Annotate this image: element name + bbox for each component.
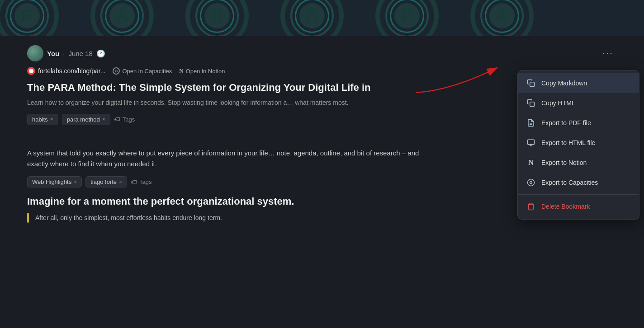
export-capacities-icon <box>526 178 536 187</box>
copy-html-label: Copy HTML <box>541 99 631 107</box>
source-favicon <box>27 67 35 75</box>
tag-tiago-remove[interactable]: × <box>119 179 122 185</box>
tag-webhighlights-label: Web Highlights <box>32 178 71 185</box>
menu-item-delete-bookmark[interactable]: Delete Bookmark <box>518 197 639 216</box>
tag-para-label: para method <box>67 116 100 123</box>
copy-markdown-icon <box>526 78 536 88</box>
source-url-text: fortelabs.com/blog/par... <box>38 67 105 75</box>
tag-icon-2: 🏷 <box>131 178 137 186</box>
tag-habits[interactable]: habits × <box>27 114 58 125</box>
export-html-icon <box>526 138 536 148</box>
notion-icon: N <box>179 67 183 75</box>
delete-bookmark-icon <box>526 201 536 211</box>
svg-rect-1 <box>530 102 535 107</box>
open-capacities-label: Open in Capacities <box>122 68 172 75</box>
export-html-label: Export to HTML file <box>541 139 631 146</box>
export-notion-icon: N <box>526 158 536 168</box>
dropdown-menu: Copy Markdown Copy HTML Export to PDF fi… <box>517 70 639 220</box>
menu-item-export-pdf[interactable]: Export to PDF file <box>518 113 639 133</box>
tag-tiago-label: tiago forte <box>90 178 117 185</box>
tag-habits-remove[interactable]: × <box>50 116 53 122</box>
author-row: You · June 18 🕐 ··· <box>27 45 617 61</box>
menu-item-export-html[interactable]: Export to HTML file <box>518 133 639 153</box>
export-capacities-label: Export to Capacities <box>541 179 631 186</box>
open-notion-label: Open in Notion <box>186 68 225 75</box>
svg-rect-4 <box>528 140 535 145</box>
quote-text: After all, only the simplest, most effor… <box>35 213 222 223</box>
section-heading: Imagine for a moment the perfect organiz… <box>27 196 389 207</box>
export-pdf-label: Export to PDF file <box>541 119 631 127</box>
tag-para-method[interactable]: para method × <box>62 114 110 125</box>
tag-icon: 🏷 <box>114 116 120 123</box>
source-url-link[interactable]: fortelabs.com/blog/par... <box>27 67 105 75</box>
tag-habits-label: habits <box>32 116 48 123</box>
add-tag-button-2[interactable]: 🏷 Tags <box>131 178 152 186</box>
body-text-1: A system that told you exactly where to … <box>27 148 434 170</box>
menu-item-export-capacities[interactable]: Export to Capacities <box>518 173 639 192</box>
copy-markdown-label: Copy Markdown <box>541 80 631 87</box>
open-in-notion-link[interactable]: N Open in Notion <box>179 67 225 75</box>
svg-point-8 <box>530 182 532 184</box>
more-options-button[interactable]: ··· <box>599 46 617 61</box>
author-date: June 18 <box>68 50 92 57</box>
delete-bookmark-label: Delete Bookmark <box>541 203 631 210</box>
tag-tiago-forte[interactable]: tiago forte × <box>85 176 127 187</box>
tag-web-highlights[interactable]: Web Highlights × <box>27 176 82 187</box>
export-pdf-icon <box>526 118 536 128</box>
add-tag-button[interactable]: 🏷 Tags <box>114 116 135 123</box>
quote-bar <box>27 213 29 223</box>
copy-html-icon <box>526 98 536 108</box>
clock-icon: 🕐 <box>96 49 105 58</box>
menu-item-copy-html[interactable]: Copy HTML <box>518 93 639 113</box>
top-banner: P A R A <box>0 0 644 36</box>
export-notion-label: Export to Notion <box>541 159 631 166</box>
open-in-capacities-link[interactable]: ⊙ Open in Capacities <box>113 67 172 75</box>
tag-para-remove[interactable]: × <box>102 116 105 122</box>
menu-item-export-notion[interactable]: N Export to Notion <box>518 153 639 173</box>
menu-divider <box>518 194 639 195</box>
svg-rect-0 <box>530 82 535 87</box>
capacities-icon: ⊙ <box>113 67 120 75</box>
author-separator: · <box>63 50 65 57</box>
add-tag-label-2: Tags <box>139 178 152 185</box>
svg-point-7 <box>528 179 535 186</box>
menu-item-copy-markdown[interactable]: Copy Markdown <box>518 73 639 93</box>
add-tag-label: Tags <box>123 116 135 123</box>
avatar <box>27 45 43 61</box>
tag-webhighlights-remove[interactable]: × <box>74 179 77 185</box>
author-name: You <box>47 50 59 57</box>
